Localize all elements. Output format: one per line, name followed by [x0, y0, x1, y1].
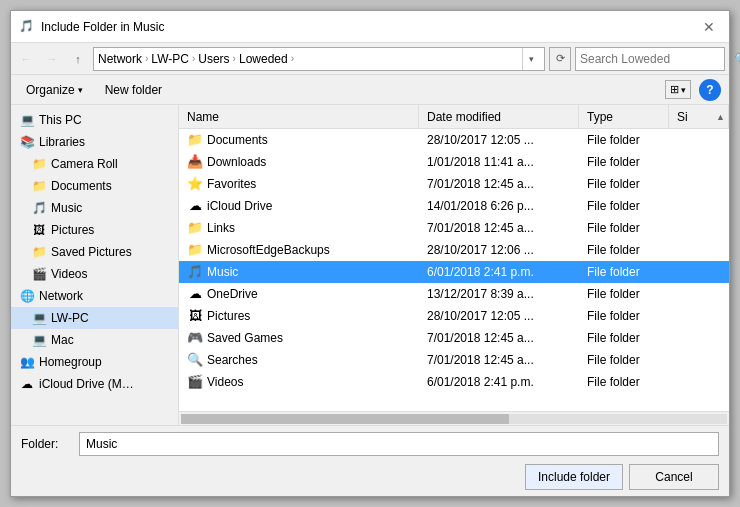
- close-button[interactable]: ✕: [697, 15, 721, 39]
- sidebar-label-documents: Documents: [51, 179, 112, 193]
- help-button[interactable]: ?: [699, 79, 721, 101]
- sidebar-label-saved-pictures: Saved Pictures: [51, 245, 132, 259]
- sidebar-icon-documents: 📁: [31, 178, 47, 194]
- file-list-header: Name Date modified Type Si ▲: [179, 105, 729, 129]
- address-part-loweded[interactable]: Loweded: [239, 52, 288, 66]
- file-type-cell: File folder: [579, 221, 669, 235]
- table-row[interactable]: 📁 Links 7/01/2018 12:45 a... File folder: [179, 217, 729, 239]
- title-icon: 🎵: [19, 19, 35, 35]
- table-row[interactable]: 📁 MicrosoftEdgeBackups 28/10/2017 12:06 …: [179, 239, 729, 261]
- table-row[interactable]: ⭐ Favorites 7/01/2018 12:45 a... File fo…: [179, 173, 729, 195]
- new-folder-button[interactable]: New folder: [98, 80, 169, 100]
- file-date-cell: 7/01/2018 12:45 a...: [419, 177, 579, 191]
- table-row[interactable]: 🎮 Saved Games 7/01/2018 12:45 a... File …: [179, 327, 729, 349]
- footer: Folder: Include folder Cancel: [11, 425, 729, 496]
- col-header-date[interactable]: Date modified: [419, 105, 579, 128]
- sidebar-icon-videos: 🎬: [31, 266, 47, 282]
- address-bar[interactable]: Network › LW-PC › Users › Loweded › ▾: [93, 47, 545, 71]
- table-row[interactable]: 🔍 Searches 7/01/2018 12:45 a... File fol…: [179, 349, 729, 371]
- sidebar-label-videos: Videos: [51, 267, 87, 281]
- sidebar-item-homegroup[interactable]: 👥Homegroup: [11, 351, 178, 373]
- sidebar-icon-saved-pictures: 📁: [31, 244, 47, 260]
- sidebar-icon-lw-pc: 💻: [31, 310, 47, 326]
- col-header-name[interactable]: Name: [179, 105, 419, 128]
- search-input[interactable]: [580, 52, 730, 66]
- file-name-cell: 🖼 Pictures: [179, 308, 419, 324]
- file-icon: ☁: [187, 286, 203, 302]
- sidebar-label-lw-pc: LW-PC: [51, 311, 89, 325]
- sidebar-item-videos[interactable]: 🎬Videos: [11, 263, 178, 285]
- sidebar-label-icloud-drive: iCloud Drive (M…: [39, 377, 134, 391]
- file-type-cell: File folder: [579, 331, 669, 345]
- table-row[interactable]: 🎵 Music 6/01/2018 2:41 p.m. File folder: [179, 261, 729, 283]
- file-name-cell: ⭐ Favorites: [179, 176, 419, 192]
- file-date-cell: 6/01/2018 2:41 p.m.: [419, 265, 579, 279]
- content-area: 💻This PC📚Libraries📁Camera Roll📁Documents…: [11, 105, 729, 425]
- button-row: Include folder Cancel: [21, 464, 719, 490]
- address-dropdown[interactable]: ▾: [522, 48, 540, 70]
- sidebar-item-network[interactable]: 🌐Network: [11, 285, 178, 307]
- horizontal-scrollbar[interactable]: [179, 411, 729, 425]
- file-type-cell: File folder: [579, 243, 669, 257]
- search-icon: 🔍: [734, 52, 740, 66]
- organize-button[interactable]: Organize ▾: [19, 80, 90, 100]
- sidebar-icon-homegroup: 👥: [19, 354, 35, 370]
- address-part-lwpc[interactable]: LW-PC: [151, 52, 189, 66]
- secondary-toolbar: Organize ▾ New folder ⊞ ▾ ?: [11, 75, 729, 105]
- file-date-cell: 6/01/2018 2:41 p.m.: [419, 375, 579, 389]
- col-header-type[interactable]: Type: [579, 105, 669, 128]
- up-button[interactable]: ↑: [67, 48, 89, 70]
- view-button[interactable]: ⊞ ▾: [665, 80, 691, 99]
- sidebar-item-camera-roll[interactable]: 📁Camera Roll: [11, 153, 178, 175]
- sidebar-item-mac[interactable]: 💻Mac: [11, 329, 178, 351]
- organize-chevron-icon: ▾: [78, 85, 83, 95]
- title-bar: 🎵 Include Folder in Music ✕: [11, 11, 729, 43]
- table-row[interactable]: 📥 Downloads 1/01/2018 11:41 a... File fo…: [179, 151, 729, 173]
- file-date-cell: 13/12/2017 8:39 a...: [419, 287, 579, 301]
- file-name: Saved Games: [207, 331, 283, 345]
- table-row[interactable]: 📁 Documents 28/10/2017 12:05 ... File fo…: [179, 129, 729, 151]
- file-date-cell: 7/01/2018 12:45 a...: [419, 221, 579, 235]
- file-name-cell: 🎵 Music: [179, 264, 419, 280]
- file-icon: 📁: [187, 132, 203, 148]
- file-name-cell: 🎬 Videos: [179, 374, 419, 390]
- address-part-network[interactable]: Network: [98, 52, 142, 66]
- include-folder-button[interactable]: Include folder: [525, 464, 623, 490]
- sidebar-item-music[interactable]: 🎵Music: [11, 197, 178, 219]
- sidebar-item-saved-pictures[interactable]: 📁Saved Pictures: [11, 241, 178, 263]
- address-part-users[interactable]: Users: [198, 52, 229, 66]
- sidebar-icon-music: 🎵: [31, 200, 47, 216]
- file-name: OneDrive: [207, 287, 258, 301]
- forward-button[interactable]: →: [41, 48, 63, 70]
- sidebar-icon-camera-roll: 📁: [31, 156, 47, 172]
- folder-input[interactable]: [79, 432, 719, 456]
- sidebar-icon-pictures: 🖼: [31, 222, 47, 238]
- sidebar-item-icloud-drive[interactable]: ☁iCloud Drive (M…: [11, 373, 178, 395]
- back-button[interactable]: ←: [15, 48, 37, 70]
- file-name-cell: ☁ OneDrive: [179, 286, 419, 302]
- sidebar-item-libraries[interactable]: 📚Libraries: [11, 131, 178, 153]
- table-row[interactable]: 🖼 Pictures 28/10/2017 12:05 ... File fol…: [179, 305, 729, 327]
- file-type-cell: File folder: [579, 375, 669, 389]
- file-name: Documents: [207, 133, 268, 147]
- sidebar-icon-network: 🌐: [19, 288, 35, 304]
- refresh-button[interactable]: ⟳: [549, 47, 571, 71]
- file-icon: 🎮: [187, 330, 203, 346]
- sidebar-item-documents[interactable]: 📁Documents: [11, 175, 178, 197]
- file-name-cell: 📁 Links: [179, 220, 419, 236]
- file-icon: 📥: [187, 154, 203, 170]
- sidebar-label-camera-roll: Camera Roll: [51, 157, 118, 171]
- file-name: Downloads: [207, 155, 266, 169]
- sort-arrow-icon: ▲: [716, 105, 725, 129]
- sidebar-label-libraries: Libraries: [39, 135, 85, 149]
- sidebar-item-lw-pc[interactable]: 💻LW-PC: [11, 307, 178, 329]
- table-row[interactable]: ☁ OneDrive 13/12/2017 8:39 a... File fol…: [179, 283, 729, 305]
- cancel-button[interactable]: Cancel: [629, 464, 719, 490]
- sidebar-item-this-pc[interactable]: 💻This PC: [11, 109, 178, 131]
- file-name: MicrosoftEdgeBackups: [207, 243, 330, 257]
- sidebar-item-pictures[interactable]: 🖼Pictures: [11, 219, 178, 241]
- table-row[interactable]: 🎬 Videos 6/01/2018 2:41 p.m. File folder: [179, 371, 729, 393]
- sidebar-label-homegroup: Homegroup: [39, 355, 102, 369]
- file-date-cell: 1/01/2018 11:41 a...: [419, 155, 579, 169]
- table-row[interactable]: ☁ iCloud Drive 14/01/2018 6:26 p... File…: [179, 195, 729, 217]
